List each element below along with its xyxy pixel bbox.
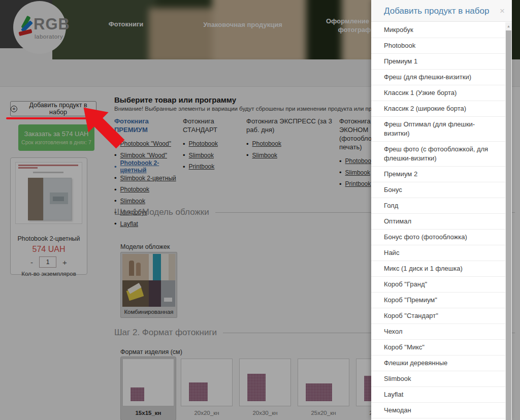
panel-list-item[interactable]: Премиум 2 bbox=[371, 167, 505, 182]
panel-list-item[interactable]: Премиум 1 bbox=[371, 54, 505, 70]
red-arrow-annotation bbox=[79, 103, 134, 158]
panel-list-item[interactable]: Короб "Микс" bbox=[371, 340, 505, 356]
panel-list-item[interactable]: Фреш фото (с фотообложкой, для флешки-ви… bbox=[371, 142, 505, 167]
scrollbar-thumb[interactable] bbox=[506, 30, 511, 420]
panel-list-item[interactable]: Фреш Оптимал (для флешки-визитки) bbox=[371, 117, 505, 142]
panel-scrollbar[interactable]: ▲ bbox=[505, 22, 512, 420]
panel-list-item[interactable]: Slimbook bbox=[371, 371, 505, 387]
panel-list-item[interactable]: Классик 1 (Узкие борта) bbox=[371, 85, 505, 101]
panel-list-item[interactable]: Чемодан bbox=[371, 403, 505, 418]
panel-list-item[interactable]: Микробук bbox=[371, 22, 505, 38]
scroll-up-arrow-icon[interactable]: ▲ bbox=[505, 22, 512, 30]
add-product-panel: Добавить продукт в набор × Микробук Phot… bbox=[371, 0, 512, 420]
panel-list-item[interactable]: Photobook bbox=[371, 38, 505, 54]
panel-list-item[interactable]: Флешки деревянные bbox=[371, 356, 505, 371]
panel-list-item[interactable]: Layflat bbox=[371, 387, 505, 403]
panel-list-item[interactable]: Бонус bbox=[371, 182, 505, 198]
panel-list-item[interactable]: Найс bbox=[371, 245, 505, 261]
panel-list-item[interactable]: Классик 2 (широкие борта) bbox=[371, 101, 505, 117]
panel-list-item[interactable]: Микс (1 диск и 1 флешка) bbox=[371, 261, 505, 277]
close-icon[interactable]: × bbox=[500, 0, 505, 22]
panel-list-item[interactable]: Короб "Премиум" bbox=[371, 293, 505, 308]
panel-list-item[interactable]: Короб "Гранд" bbox=[371, 277, 505, 293]
panel-title: Добавить продукт в набор bbox=[371, 0, 512, 22]
panel-product-list: Микробук Photobook Премиум 1 Фреш (для ф… bbox=[371, 22, 505, 420]
panel-list-item[interactable]: Голд bbox=[371, 198, 505, 214]
panel-list-item[interactable]: Короб "Стандарт" bbox=[371, 308, 505, 324]
panel-list-item[interactable]: Оптимал bbox=[371, 214, 505, 230]
panel-list-item[interactable]: Чехол bbox=[371, 324, 505, 340]
panel-list-item[interactable]: Фреш (для флешки-визитки) bbox=[371, 70, 505, 85]
panel-header: Добавить продукт в набор × bbox=[371, 0, 512, 22]
panel-list-item[interactable]: Бонус фото (фотообложка) bbox=[371, 230, 505, 245]
